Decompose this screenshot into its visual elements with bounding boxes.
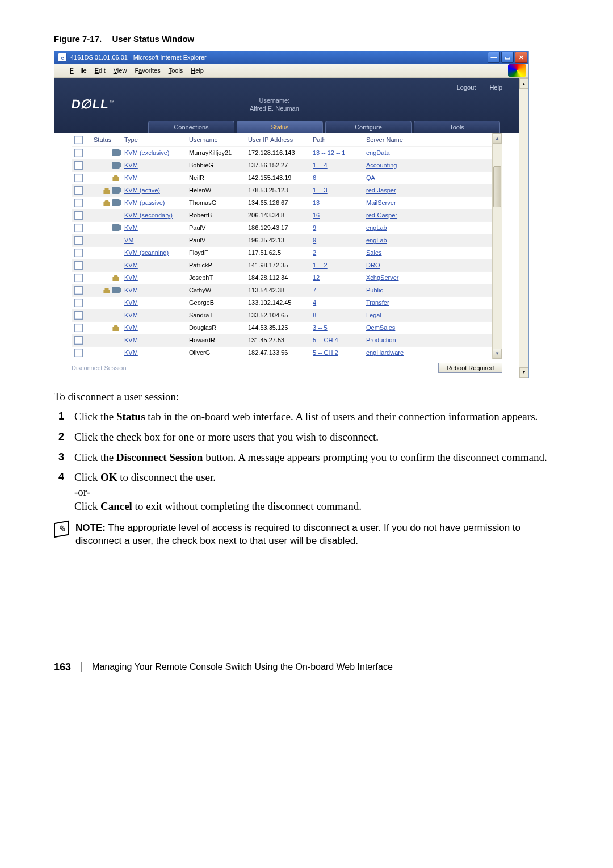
- cell-path[interactable]: 8: [313, 312, 364, 318]
- cell-type[interactable]: KVM: [124, 162, 187, 169]
- cell-type[interactable]: KVM (passive): [124, 199, 187, 206]
- cell-path[interactable]: 7: [313, 287, 364, 293]
- menu-edit[interactable]: Edit: [91, 66, 109, 74]
- col-user[interactable]: Username: [189, 136, 246, 143]
- minimize-button[interactable]: —: [488, 52, 500, 63]
- row-checkbox[interactable]: [74, 149, 83, 157]
- row-checkbox[interactable]: [74, 174, 83, 182]
- cell-server[interactable]: Public: [366, 287, 446, 293]
- menu-file[interactable]: File: [66, 66, 90, 74]
- cell-server[interactable]: red-Jasper: [366, 187, 446, 194]
- cell-server[interactable]: engData: [366, 149, 446, 156]
- page-scrollbar[interactable]: ▴ ▾: [519, 78, 528, 378]
- cell-type[interactable]: KVM: [124, 299, 187, 306]
- cell-path[interactable]: 9: [313, 237, 364, 244]
- row-checkbox[interactable]: [74, 299, 83, 307]
- cell-path[interactable]: 4: [313, 299, 364, 306]
- tab-configure[interactable]: Configure: [325, 121, 412, 133]
- menu-view[interactable]: View: [110, 66, 131, 74]
- cell-server[interactable]: engHardware: [366, 349, 446, 356]
- cell-type[interactable]: KVM (secondary): [124, 212, 187, 219]
- menu-tools[interactable]: Tools: [165, 66, 187, 74]
- row-checkbox[interactable]: [74, 274, 83, 282]
- col-server[interactable]: Server Name: [366, 136, 446, 143]
- cell-path[interactable]: 5 -- CH 2: [313, 349, 364, 356]
- close-button[interactable]: ✕: [515, 52, 527, 63]
- cell-server[interactable]: DRO: [366, 262, 446, 269]
- outer-scroll-up-icon[interactable]: ▴: [519, 78, 528, 89]
- cell-type[interactable]: KVM: [124, 324, 187, 331]
- cell-path[interactable]: 2: [313, 249, 364, 256]
- menu-favorites[interactable]: Favorites: [131, 66, 163, 74]
- tab-status[interactable]: Status: [237, 121, 323, 133]
- cell-path[interactable]: 3 -- 5: [313, 324, 364, 331]
- cell-type[interactable]: KVM (exclusive): [124, 149, 187, 156]
- logout-link[interactable]: Logout: [457, 84, 476, 91]
- row-checkbox[interactable]: [74, 236, 83, 245]
- cell-type[interactable]: KVM: [124, 312, 187, 318]
- maximize-button[interactable]: ▭: [501, 52, 514, 63]
- cell-type[interactable]: KVM (scanning): [124, 249, 187, 256]
- help-link[interactable]: Help: [489, 84, 502, 91]
- row-checkbox[interactable]: [74, 311, 83, 320]
- select-all-checkbox[interactable]: [74, 136, 83, 144]
- cell-type[interactable]: KVM: [124, 274, 187, 281]
- cell-username: GeorgeB: [189, 299, 246, 306]
- menu-help[interactable]: Help: [187, 66, 207, 74]
- cell-server[interactable]: Transfer: [366, 299, 446, 306]
- scroll-up-icon[interactable]: ▲: [493, 133, 502, 144]
- cell-path[interactable]: 13: [313, 199, 364, 206]
- cell-type[interactable]: VM: [124, 237, 187, 244]
- col-ip[interactable]: User IP Address: [248, 136, 310, 143]
- tab-tools[interactable]: Tools: [414, 121, 500, 133]
- cell-type[interactable]: KVM: [124, 174, 187, 181]
- cell-type[interactable]: KVM: [124, 349, 187, 356]
- cell-path[interactable]: 12: [313, 274, 364, 281]
- row-checkbox[interactable]: [74, 349, 83, 357]
- cell-ip: 196.35.42.13: [248, 237, 310, 244]
- row-checkbox[interactable]: [74, 161, 83, 170]
- reboot-required-button[interactable]: Reboot Required: [438, 363, 502, 373]
- cell-server[interactable]: QA: [366, 174, 446, 181]
- cell-path[interactable]: 6: [313, 174, 364, 181]
- row-checkbox[interactable]: [74, 211, 83, 220]
- row-checkbox[interactable]: [74, 336, 83, 345]
- cell-server[interactable]: Accounting: [366, 162, 446, 169]
- cell-server[interactable]: OemSales: [366, 324, 446, 331]
- row-checkbox[interactable]: [74, 249, 83, 257]
- cell-path[interactable]: 1 -- 2: [313, 262, 364, 269]
- cell-server[interactable]: Legal: [366, 312, 446, 318]
- tab-connections[interactable]: Connections: [148, 121, 234, 133]
- cell-path[interactable]: 1 -- 4: [313, 162, 364, 169]
- outer-scroll-down-icon[interactable]: ▾: [519, 367, 528, 378]
- row-checkbox[interactable]: [74, 224, 83, 232]
- cell-type[interactable]: KVM (active): [124, 187, 187, 194]
- cell-server[interactable]: Sales: [366, 249, 446, 256]
- cell-type[interactable]: KVM: [124, 337, 187, 343]
- cell-server[interactable]: XchgServer: [366, 274, 446, 281]
- cell-server[interactable]: red-Casper: [366, 212, 446, 219]
- cell-server[interactable]: engLab: [366, 224, 446, 231]
- row-checkbox[interactable]: [74, 286, 83, 295]
- cell-path[interactable]: 16: [313, 212, 364, 219]
- scroll-down-icon[interactable]: ▼: [493, 349, 502, 359]
- cell-path[interactable]: 13 -- 12 -- 1: [313, 149, 364, 156]
- col-type[interactable]: Type: [124, 136, 187, 143]
- row-checkbox[interactable]: [74, 324, 83, 332]
- cell-server[interactable]: Production: [366, 337, 446, 343]
- cell-path[interactable]: 1 -- 3: [313, 187, 364, 194]
- scroll-thumb[interactable]: [493, 166, 501, 207]
- cell-type[interactable]: KVM: [124, 287, 187, 293]
- cell-server[interactable]: engLab: [366, 237, 446, 244]
- cell-path[interactable]: 9: [313, 224, 364, 231]
- row-checkbox[interactable]: [74, 186, 83, 195]
- cell-type[interactable]: KVM: [124, 262, 187, 269]
- cell-path[interactable]: 5 -- CH 4: [313, 337, 364, 343]
- row-checkbox[interactable]: [74, 261, 83, 270]
- row-checkbox[interactable]: [74, 199, 83, 207]
- cell-server[interactable]: MailServer: [366, 199, 446, 206]
- table-scrollbar[interactable]: ▲ ▼: [492, 133, 502, 359]
- col-path[interactable]: Path: [313, 136, 364, 143]
- cell-type[interactable]: KVM: [124, 224, 187, 231]
- col-status[interactable]: Status: [94, 136, 122, 143]
